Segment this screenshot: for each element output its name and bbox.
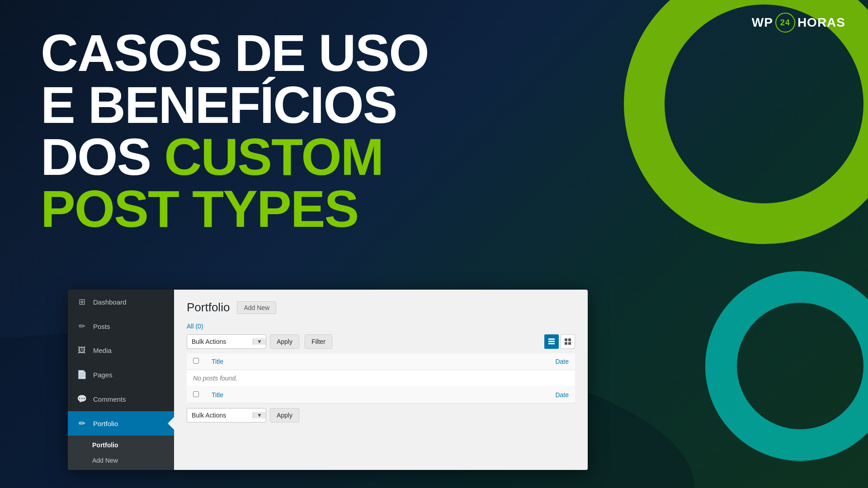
posts-icon: ✏ [77,321,87,331]
svg-rect-0 [548,338,555,340]
svg-rect-5 [565,342,567,345]
view-icons [544,334,575,349]
select-all-checkbox[interactable] [193,358,199,364]
bulk-select-arrow-top[interactable]: ▼ [253,338,266,345]
select-all-checkbox-bottom[interactable] [193,391,199,397]
media-icon: 🖼 [77,346,87,355]
svg-rect-1 [548,341,555,342]
logo: WP 24 HORAS [752,13,845,33]
wp-main-content: Portfolio Add New All (0) Bulk Actions E… [174,290,588,470]
posts-table: Title Date No posts found. [187,353,575,404]
col-header-title: Title [205,353,384,370]
sidebar-active-arrow [168,417,174,430]
svg-rect-3 [565,338,567,341]
bulk-left-top: Bulk Actions Edit Move to Trash ▼ Apply … [187,334,332,349]
col-footer-check [187,387,205,404]
portfolio-icon: ✏ [77,418,87,428]
date-col-footer-link[interactable]: Date [555,391,569,399]
sidebar-item-comments-label: Comments [93,395,126,403]
apply-button-bottom[interactable]: Apply [270,408,299,422]
sidebar-item-dashboard[interactable]: ⊞ Dashboard [68,290,174,314]
main-heading: CASOS DE USO E BENEFÍCIOS DOS CUSTOM POS… [41,27,448,235]
add-new-button[interactable]: Add New [237,301,276,314]
view-all-links: All (0) [187,323,575,330]
logo-wp: WP [752,15,773,30]
heading-line1: CASOS DE USO E BENEFÍCIOS [41,27,448,131]
col-header-date: Date [384,353,575,370]
sidebar-subitem-portfolio[interactable]: Portfolio [68,437,174,453]
svg-rect-4 [568,338,571,341]
sidebar-item-portfolio-label: Portfolio [93,420,118,427]
logo-horas: HORAS [797,15,845,30]
sidebar-submenu: Portfolio Add New [68,436,174,470]
heading-line2-white: DOS [41,128,164,186]
dashboard-icon: ⊞ [77,297,87,307]
title-col-footer-link[interactable]: Title [212,391,223,399]
sidebar-item-pages[interactable]: 📄 Pages [68,362,174,387]
sidebar-item-portfolio[interactable]: ✏ Portfolio [68,411,174,436]
col-footer-date: Date [384,387,575,404]
col-footer-title: Title [205,387,384,404]
sidebar-item-posts-label: Posts [93,323,110,330]
sidebar-item-comments[interactable]: 💬 Comments [68,387,174,411]
heading-line2: DOS CUSTOM POST TYPES [41,131,448,235]
no-posts-cell: No posts found. [187,370,575,387]
col-header-check [187,353,205,370]
sidebar-subitem-add-new[interactable]: Add New [68,453,174,468]
sidebar-item-pages-label: Pages [93,371,113,379]
bulk-select-top[interactable]: Bulk Actions Edit Move to Trash ▼ [187,334,266,349]
title-col-link[interactable]: Title [212,358,223,365]
pages-icon: 📄 [77,370,87,380]
svg-rect-2 [548,343,555,344]
bulk-select-arrow-bottom[interactable]: ▼ [253,412,266,418]
no-posts-message: No posts found. [193,375,237,382]
bulk-actions-bottom: Bulk Actions Edit Move to Trash ▼ Apply [187,408,575,422]
svg-rect-6 [568,342,571,345]
bulk-actions-top: Bulk Actions Edit Move to Trash ▼ Apply … [187,334,575,349]
wp-sidebar: ⊞ Dashboard ✏ Posts 🖼 Media 📄 Pages 💬 Co… [68,290,174,470]
page-header: Portfolio Add New [187,300,575,314]
bulk-actions-select-bottom[interactable]: Bulk Actions Edit Move to Trash [187,408,253,422]
wp-admin-panel: ⊞ Dashboard ✏ Posts 🖼 Media 📄 Pages 💬 Co… [68,290,588,470]
bulk-actions-select-top[interactable]: Bulk Actions Edit Move to Trash [187,335,253,348]
bulk-select-bottom[interactable]: Bulk Actions Edit Move to Trash ▼ [187,408,266,422]
grid-view-button[interactable] [561,334,575,349]
comments-icon: 💬 [77,394,87,404]
list-view-button[interactable] [544,334,559,349]
page-title: Portfolio [187,300,230,314]
all-posts-link[interactable]: All (0) [187,323,203,330]
date-col-link[interactable]: Date [555,358,569,365]
no-posts-row: No posts found. [187,370,575,387]
sidebar-item-media[interactable]: 🖼 Media [68,338,174,362]
logo-24: 24 [775,13,795,33]
sidebar-item-posts[interactable]: ✏ Posts [68,314,174,338]
filter-button-top[interactable]: Filter [305,334,332,349]
apply-button-top[interactable]: Apply [270,334,299,349]
sidebar-item-dashboard-label: Dashboard [93,298,126,306]
sidebar-item-media-label: Media [93,347,112,354]
